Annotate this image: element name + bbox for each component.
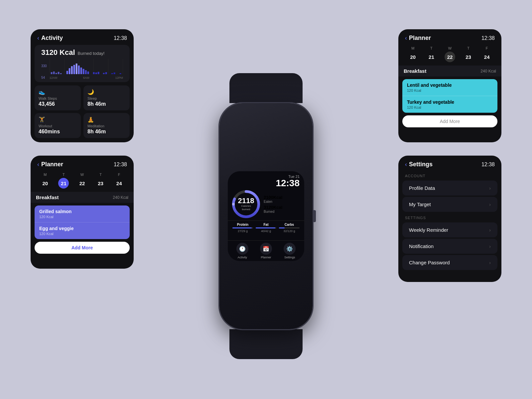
day-r-fri[interactable]: F 24 — [480, 46, 494, 62]
sleep-icon: 🌙 — [87, 89, 126, 95]
ring-section: 2118 Calories burned 2100Kcal Eaten 3120… — [228, 188, 304, 220]
meal-right-header: Breakfast 240 Kcal — [398, 66, 501, 76]
ring-label: Calories burned — [238, 204, 254, 211]
weekly-reminder-label: Weekly Reminder — [409, 227, 448, 233]
weekly-reminder-item[interactable]: Weekly Reminder › — [402, 222, 497, 237]
back-arrow-planner-right[interactable]: ‹ — [405, 35, 407, 42]
notification-label: Notification — [409, 243, 434, 249]
meal-left-header: Breakfast 240 Kcal — [31, 192, 134, 203]
salmon-name: Grilled salmon — [39, 209, 125, 214]
activity-kcal-section: 3120 Kcal Burned today! 330 54 — [35, 45, 130, 82]
settings-time: 12:38 — [481, 162, 495, 168]
fat-bar-fill — [256, 227, 275, 228]
watch-container: Tue 21 12:38 — [209, 73, 323, 326]
activity-header-left: ‹ Activity — [37, 35, 63, 42]
svg-rect-25 — [105, 72, 107, 74]
my-target-item[interactable]: My Target › — [402, 197, 497, 212]
notification-item[interactable]: Notification › — [402, 239, 497, 254]
fat-bar-track — [256, 227, 276, 228]
nav-planner[interactable]: 📅 Planner — [260, 243, 272, 259]
svg-rect-19 — [85, 70, 86, 74]
stat-meditation: 🧘 Meditation 8h 46m — [83, 113, 130, 138]
planner-left-time: 12:38 — [114, 162, 127, 168]
settings-title: Settings — [409, 161, 433, 168]
back-arrow-icon[interactable]: ‹ — [37, 35, 39, 42]
add-more-left-button[interactable]: Add More — [35, 242, 130, 254]
activity-title: Activity — [41, 35, 63, 42]
walk-icon: 👟 — [39, 89, 77, 95]
day-wed[interactable]: W 22 — [75, 173, 89, 189]
planner-card-left: ‹ Planner 12:38 M 20 T 21 W 22 T 23 F 24… — [31, 156, 134, 269]
profile-data-item[interactable]: Profile Data › — [402, 181, 497, 196]
back-arrow-settings[interactable]: ‹ — [405, 161, 407, 168]
svg-point-31 — [232, 203, 235, 205]
nav-settings[interactable]: ⚙️ Settings — [284, 243, 296, 259]
settings-header-left: ‹ Settings — [405, 161, 433, 168]
day-thu[interactable]: T 23 — [94, 173, 108, 189]
kcal-main: 3120 Kcal Burned today! — [41, 48, 123, 57]
settings-nav-icon: ⚙️ — [284, 243, 296, 255]
watch-burned: 3120Kcal Burned — [264, 205, 282, 213]
eaten-val: 2100Kcal — [264, 195, 282, 200]
watch-top-section: Tue 21 12:38 — [228, 171, 304, 188]
day-mon[interactable]: M 20 — [38, 173, 52, 189]
svg-rect-13 — [71, 66, 72, 74]
svg-rect-28 — [119, 73, 121, 74]
planner-right-time: 12:38 — [481, 35, 495, 41]
day-r-tue[interactable]: T 21 — [424, 46, 438, 62]
eaten-label: Eaten — [264, 200, 282, 203]
egg-name: Egg and veggie — [39, 226, 125, 231]
svg-rect-6 — [51, 72, 52, 74]
meal-item-lentil: Lentil and vegetable 120 Kcal — [402, 79, 497, 96]
svg-rect-18 — [82, 69, 84, 74]
notification-chevron: › — [489, 244, 491, 249]
salmon-kcal: 120 Kcal — [39, 215, 125, 219]
svg-rect-17 — [80, 67, 82, 74]
macro-carbs: Carbs 32/120 g — [278, 223, 301, 233]
macro-section: Protein 27/29 g Fat 40/42 g — [228, 220, 304, 237]
svg-rect-16 — [78, 66, 79, 74]
day-r-mon[interactable]: M 20 — [406, 46, 420, 62]
day-fri[interactable]: F 24 — [112, 173, 126, 189]
planner-card-right: ‹ Planner 12:38 M 20 T 21 W 22 T 23 F 24… — [398, 29, 501, 142]
meal-items-left: Grilled salmon 120 Kcal Egg and veggie 1… — [35, 205, 130, 239]
svg-rect-12 — [68, 68, 70, 74]
planner-right-header: ‹ Planner 12:38 — [398, 29, 501, 45]
settings-section-label: SETTINGS — [398, 213, 501, 221]
meal-left-title: Breakfast — [36, 195, 59, 200]
day-tue-active[interactable]: T 21 — [57, 173, 70, 189]
back-arrow-planner-left[interactable]: ‹ — [37, 161, 39, 168]
meditation-icon: 🧘 — [87, 116, 126, 123]
planner-nav-label: Planner — [261, 256, 271, 259]
protein-bar-fill — [232, 227, 252, 228]
svg-rect-22 — [95, 72, 97, 74]
meal-right-kcal: 240 Kcal — [480, 69, 496, 73]
ring-wrapper: 2118 Calories burned — [231, 189, 261, 219]
add-more-right-button[interactable]: Add More — [402, 115, 497, 127]
meal-item-turkey: Turkey and vegetable 120 Kcal — [402, 96, 497, 113]
macro-row: Protein 27/29 g Fat 40/42 g — [231, 223, 301, 233]
day-r-thu[interactable]: T 23 — [462, 46, 475, 62]
day-r-wed-active[interactable]: W 22 — [443, 46, 457, 62]
meal-right-title: Breakfast — [404, 68, 426, 74]
meditation-label: Meditation — [87, 124, 126, 128]
watch-clock: 12:38 — [276, 179, 300, 188]
change-password-label: Change Password — [409, 260, 450, 265]
settings-card: ‹ Settings 12:38 ACCOUNT Profile Data › … — [398, 156, 501, 282]
nav-activity[interactable]: 🕐 Activity — [236, 243, 248, 259]
kcal-sub: Burned today! — [78, 51, 105, 56]
turkey-name: Turkey and vegetable — [407, 99, 493, 105]
watch-datetime: Tue 21 12:38 — [276, 175, 300, 188]
workout-label: Workout — [39, 124, 77, 128]
svg-rect-9 — [58, 72, 59, 74]
planner-right-header-left: ‹ Planner — [405, 35, 431, 42]
planner-left-header-left: ‹ Planner — [37, 161, 63, 168]
stat-workout: 🏋 Workout 460mins — [35, 113, 81, 138]
watch-stats: 2100Kcal Eaten 3120Kcal Burned — [264, 195, 282, 213]
planner-left-title: Planner — [41, 161, 63, 168]
change-password-item[interactable]: Change Password › — [402, 255, 497, 270]
activity-card: ‹ Activity 12:38 3120 Kcal Burned today!… — [31, 29, 134, 142]
svg-rect-23 — [97, 72, 99, 74]
my-target-label: My Target — [409, 201, 431, 207]
change-password-chevron: › — [489, 260, 491, 265]
